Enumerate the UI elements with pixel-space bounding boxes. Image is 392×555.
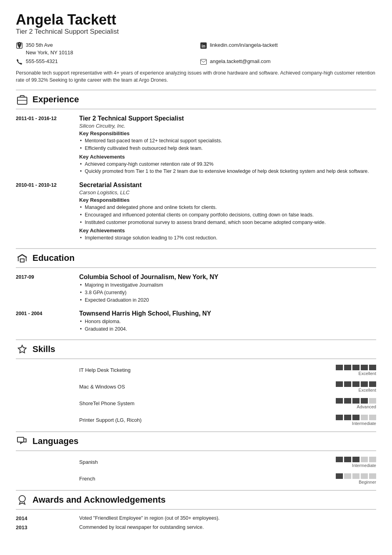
skill-bar-block xyxy=(336,415,343,420)
skill-bar-block xyxy=(369,381,376,387)
skill-bar-block xyxy=(361,381,368,387)
skill-bar-block xyxy=(352,398,360,404)
experience-entry: 2010-01 - 2010-12 Secretarial Assistant … xyxy=(16,182,376,242)
responsibilities-list: Mentored fast-paced team of 12+ technica… xyxy=(79,137,376,152)
languages-title: Languages xyxy=(32,436,78,446)
skill-bar-wrap: Advanced xyxy=(336,398,376,409)
language-name: Spanish xyxy=(79,459,328,465)
list-item: Graduated in 2004. xyxy=(79,325,376,333)
entry-date: 2010-01 - 2010-12 xyxy=(16,182,71,242)
skill-bar-block xyxy=(336,398,343,404)
award-entry: 2014 Voted "Friendliest Employee" in reg… xyxy=(16,515,376,521)
skill-bar-block xyxy=(361,457,368,462)
skill-bar-block xyxy=(352,473,360,479)
skill-name: Mac & Windows OS xyxy=(79,384,328,390)
list-item: Honors diploma. xyxy=(79,318,376,325)
skill-bar-wrap: Excellent xyxy=(336,365,376,376)
skill-bar-block xyxy=(344,365,351,370)
skill-bar-block xyxy=(336,365,343,370)
skill-entry: Printer Support (LG, Ricoh) Intermediate xyxy=(16,415,376,426)
skill-bar-block xyxy=(352,365,360,370)
skill-level: Excellent xyxy=(358,371,376,376)
skills-section-header: Skills xyxy=(16,339,376,359)
skill-bar-block xyxy=(344,381,351,387)
skill-entry: Mac & Windows OS Excellent xyxy=(16,381,376,392)
contact-email: angela.tackett@gmail.com xyxy=(200,57,376,65)
phone-icon xyxy=(16,58,23,65)
responsibilities-list: Managed and delegated phone and online t… xyxy=(79,204,376,226)
skill-bars xyxy=(336,365,376,370)
entry-date: 2011-01 - 2016-12 xyxy=(16,115,71,175)
lang-level: Beginner xyxy=(359,480,376,484)
achievements-label: Key Achievements xyxy=(79,154,376,160)
languages-list: Spanish Intermediate French Beginner xyxy=(16,457,376,484)
contact-linkedin: in linkedin.com/in/angela-tackett xyxy=(200,41,376,57)
skill-bar-block xyxy=(369,457,376,462)
skill-bar-block xyxy=(336,473,343,479)
svg-rect-5 xyxy=(17,97,27,104)
language-entry: Spanish Intermediate xyxy=(16,457,376,468)
responsibilities-label: Key Responsibilities xyxy=(79,197,376,203)
company-name: Carson Logistics, LLC xyxy=(79,189,376,195)
svg-text:in: in xyxy=(202,44,206,48)
languages-icon xyxy=(16,435,29,448)
skill-name: ShoreTel Phone System xyxy=(79,400,328,406)
school-details-list: Honors diploma.Graduated in 2004. xyxy=(79,318,376,333)
skill-bar-block xyxy=(344,415,351,420)
skills-title: Skills xyxy=(32,344,55,354)
skill-bar-block xyxy=(369,415,376,420)
skills-icon xyxy=(16,343,29,356)
language-name: French xyxy=(79,476,328,482)
skill-bar-block xyxy=(352,415,360,420)
lang-bar-wrap: Intermediate xyxy=(336,457,376,468)
awards-list: 2014 Voted "Friendliest Employee" in reg… xyxy=(16,515,376,530)
skill-bar-block xyxy=(344,457,351,462)
email-text: angela.tackett@gmail.com xyxy=(210,57,270,65)
skill-level: Excellent xyxy=(358,388,376,392)
skills-list: IT Help Desk Ticketing Excellent Mac & W… xyxy=(16,365,376,426)
skill-bar-block xyxy=(336,381,343,387)
skill-bar-block xyxy=(352,381,360,387)
linkedin-url: linkedin.com/in/angela-tackett xyxy=(210,41,278,49)
candidate-name: Angela Tackett xyxy=(16,12,376,28)
skill-bar-block xyxy=(369,365,376,370)
summary-text: Personable tech support representative w… xyxy=(16,69,376,84)
lang-bars xyxy=(336,473,376,479)
award-text: Commended by local newspaper for outstan… xyxy=(79,524,376,530)
list-item: Mentored fast-paced team of 12+ technica… xyxy=(79,137,376,145)
skill-bar-block xyxy=(352,457,360,462)
skill-bar-block xyxy=(369,473,376,479)
contact-address: 350 5th Ave New York, NY 10118 xyxy=(16,41,192,57)
svg-rect-4 xyxy=(201,59,207,64)
school-details-list: Majoring in Investigative Journalism3.8 … xyxy=(79,281,376,304)
contact-phone: 555-555-4321 xyxy=(16,57,192,65)
awards-icon xyxy=(16,494,29,506)
list-item: Majoring in Investigative Journalism xyxy=(79,281,376,289)
responsibilities-label: Key Responsibilities xyxy=(79,130,376,136)
awards-section-header: Awards and Acknowledgements xyxy=(16,490,376,510)
list-item: Implemented storage solution leading to … xyxy=(79,234,376,242)
skill-entry: ShoreTel Phone System Advanced xyxy=(16,398,376,409)
skill-bar-wrap: Excellent xyxy=(336,381,376,392)
skill-name: Printer Support (LG, Ricoh) xyxy=(79,417,328,423)
job-title: Secretarial Assistant xyxy=(79,182,376,189)
linkedin-icon: in xyxy=(200,42,207,49)
header: Angela Tackett Tier 2 Technical Support … xyxy=(16,12,376,65)
language-entry: French Beginner xyxy=(16,473,376,484)
achievements-list: Achieved company-high customer retention… xyxy=(79,161,376,176)
list-item: Expected Graduation in 2020 xyxy=(79,297,376,304)
experience-section-header: Experience xyxy=(16,90,376,109)
experience-title: Experience xyxy=(32,94,79,105)
skill-bar-block xyxy=(361,473,368,479)
achievements-list: Implemented storage solution leading to … xyxy=(79,234,376,242)
list-item: Encouraged and influenced potential clie… xyxy=(79,211,376,219)
award-year: 2013 xyxy=(16,524,71,530)
candidate-title: Tier 2 Technical Support Specialist xyxy=(16,28,376,36)
school-name: Columbia School of Journalism, New York,… xyxy=(79,274,376,281)
phone-text: 555-555-4321 xyxy=(26,57,58,65)
svg-point-9 xyxy=(19,496,25,502)
entry-date: 2017-09 xyxy=(16,274,71,304)
skill-level: Intermediate xyxy=(352,421,376,426)
skill-bar-block xyxy=(344,398,351,404)
skill-bar-block xyxy=(361,398,368,404)
